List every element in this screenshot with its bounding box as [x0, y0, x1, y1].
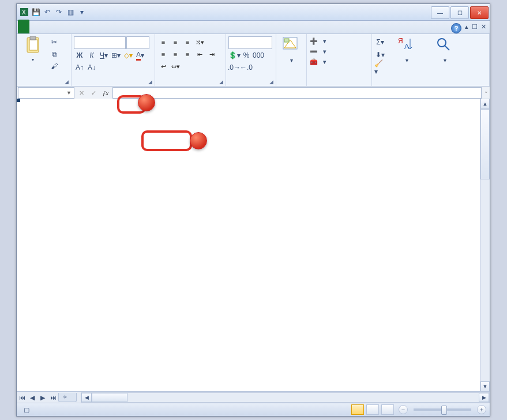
- dialog-launcher-icon[interactable]: ◢: [219, 79, 223, 85]
- zoom-in-button[interactable]: +: [477, 405, 486, 414]
- align-right-icon[interactable]: ≡: [182, 48, 193, 60]
- sort-filter-button[interactable]: ЯА ▾: [388, 36, 426, 63]
- minimize-button[interactable]: —: [431, 6, 449, 19]
- find-select-button[interactable]: ▾: [427, 36, 462, 63]
- formula-bar: ▼ ✕ ✓ ƒx ⌄: [17, 87, 490, 100]
- merge-center-icon[interactable]: ⇔▾: [170, 61, 181, 72]
- dialog-launcher-icon[interactable]: ◢: [148, 79, 152, 85]
- comma-icon[interactable]: 000: [253, 50, 264, 61]
- clear-icon[interactable]: 🧹▾: [374, 62, 386, 73]
- percent-icon[interactable]: %: [241, 50, 252, 61]
- sheet-nav-first-icon[interactable]: ⏮: [17, 392, 27, 403]
- horizontal-scrollbar[interactable]: ◀ ▶: [81, 392, 490, 403]
- font-size-select[interactable]: [126, 36, 149, 49]
- svg-rect-3: [29, 40, 37, 50]
- number-format-select[interactable]: [228, 36, 272, 49]
- shrink-font-icon[interactable]: A↓: [86, 62, 97, 73]
- svg-text:Я: Я: [398, 37, 403, 45]
- page-break-view-button[interactable]: [381, 404, 394, 415]
- status-bar: ▢ − +: [17, 403, 490, 416]
- wrap-text-icon[interactable]: ↩: [157, 61, 169, 72]
- cancel-icon: ✕: [76, 88, 87, 98]
- increase-decimal-icon[interactable]: .0→: [228, 62, 240, 73]
- chevron-down-icon: ▾: [32, 57, 34, 62]
- currency-icon[interactable]: 💲▾: [228, 50, 240, 61]
- align-middle-icon[interactable]: ≡: [170, 36, 181, 48]
- font-name-select[interactable]: [74, 36, 126, 49]
- undo-icon[interactable]: ↶: [42, 7, 52, 17]
- excel-icon: X: [19, 7, 29, 17]
- close-button[interactable]: ✕: [470, 6, 489, 19]
- sheet-nav-last-icon[interactable]: ⏭: [48, 392, 58, 403]
- ribbon-panel: ▾ ✂ ⧉ 🖌 ◢ Ж К Ч▾ ⊞: [17, 34, 490, 87]
- formula-input[interactable]: [112, 87, 482, 99]
- delete-cells-button[interactable]: ➖ ▾: [309, 47, 326, 56]
- chevron-down-icon[interactable]: ▼: [66, 90, 72, 96]
- border-icon[interactable]: ⊞▾: [110, 50, 122, 61]
- maximize-button[interactable]: ☐: [450, 6, 469, 19]
- sheet-nav-next-icon[interactable]: ▶: [37, 392, 48, 403]
- group-clipboard-label: ◢: [19, 84, 69, 85]
- bold-icon[interactable]: Ж: [74, 50, 85, 61]
- scroll-right-icon[interactable]: ▶: [479, 393, 489, 402]
- scroll-down-icon[interactable]: ▼: [480, 381, 490, 392]
- align-bottom-icon[interactable]: ≡: [182, 36, 193, 48]
- fill-color-icon[interactable]: ◇▾: [122, 50, 134, 61]
- file-tab[interactable]: [18, 20, 29, 33]
- scroll-thumb[interactable]: [480, 109, 490, 179]
- help-icon[interactable]: ?: [451, 23, 461, 33]
- macro-record-icon[interactable]: ▢: [24, 406, 29, 414]
- italic-icon[interactable]: К: [86, 50, 97, 61]
- orientation-icon[interactable]: ⤭▾: [194, 36, 205, 48]
- dialog-launcher-icon[interactable]: ◢: [269, 79, 273, 85]
- align-center-icon[interactable]: ≡: [170, 48, 181, 60]
- annotation-badge-2: [138, 94, 155, 111]
- insert-cells-button[interactable]: ➕ ▾: [309, 36, 326, 46]
- ribbon-minimize-icon[interactable]: ▴: [465, 23, 468, 33]
- mdi-close-icon[interactable]: ✕: [481, 23, 486, 33]
- ribbon-tabs: ? ▴ ☐ ✕: [17, 21, 490, 34]
- grow-font-icon[interactable]: A↑: [74, 62, 85, 73]
- format-cells-button[interactable]: 🧰 ▾: [309, 57, 326, 66]
- increase-indent-icon[interactable]: ⇥: [206, 48, 217, 60]
- qat-dropdown-icon[interactable]: ▾: [77, 7, 87, 17]
- cut-icon[interactable]: ✂: [48, 36, 60, 48]
- zoom-slider[interactable]: [414, 408, 471, 411]
- scroll-up-icon[interactable]: ▲: [480, 99, 490, 109]
- align-top-icon[interactable]: ≡: [157, 36, 169, 48]
- svg-text:X: X: [22, 9, 26, 16]
- mdi-restore-icon[interactable]: ☐: [472, 23, 478, 33]
- decrease-decimal-icon[interactable]: ←.0: [241, 62, 252, 73]
- sheet-tab-bar: ⏮ ◀ ▶ ⏭ ✧ ◀ ▶: [17, 391, 490, 403]
- scroll-thumb[interactable]: [92, 393, 127, 402]
- copy-icon[interactable]: ⧉: [48, 48, 60, 60]
- annotation-badge-1: [190, 132, 207, 149]
- expand-formula-bar-icon[interactable]: ⌄: [484, 88, 489, 94]
- vertical-scrollbar[interactable]: ▲ ▼: [480, 99, 490, 392]
- svg-point-9: [438, 39, 446, 47]
- dialog-launcher-icon[interactable]: ◢: [65, 79, 69, 85]
- fill-icon[interactable]: ⬇▾: [374, 49, 386, 61]
- autosum-icon[interactable]: Σ▾: [374, 36, 386, 48]
- paste-button[interactable]: ▾: [19, 36, 47, 62]
- active-cell-marker: [17, 99, 20, 102]
- redo-icon[interactable]: ↷: [54, 7, 64, 17]
- qat-new-icon[interactable]: ▥: [65, 7, 76, 17]
- name-box[interactable]: ▼: [18, 87, 74, 99]
- svg-rect-4: [30, 36, 36, 40]
- annotation-callout-1: [141, 130, 192, 151]
- zoom-out-button[interactable]: −: [399, 405, 408, 414]
- new-sheet-button[interactable]: ✧: [58, 393, 77, 402]
- underline-icon[interactable]: Ч▾: [98, 50, 110, 61]
- cell-styles-button[interactable]: ▾: [279, 36, 304, 63]
- scroll-left-icon[interactable]: ◀: [81, 393, 92, 402]
- format-painter-icon[interactable]: 🖌: [48, 61, 60, 72]
- sheet-nav-prev-icon[interactable]: ◀: [27, 392, 37, 403]
- decrease-indent-icon[interactable]: ⇤: [194, 48, 205, 60]
- save-icon[interactable]: 💾: [31, 7, 41, 17]
- page-layout-view-button[interactable]: [366, 404, 379, 415]
- align-left-icon[interactable]: ≡: [157, 48, 169, 60]
- font-color-icon[interactable]: A▾: [134, 50, 146, 61]
- normal-view-button[interactable]: [351, 404, 364, 415]
- insert-function-button[interactable]: ƒx: [100, 88, 111, 98]
